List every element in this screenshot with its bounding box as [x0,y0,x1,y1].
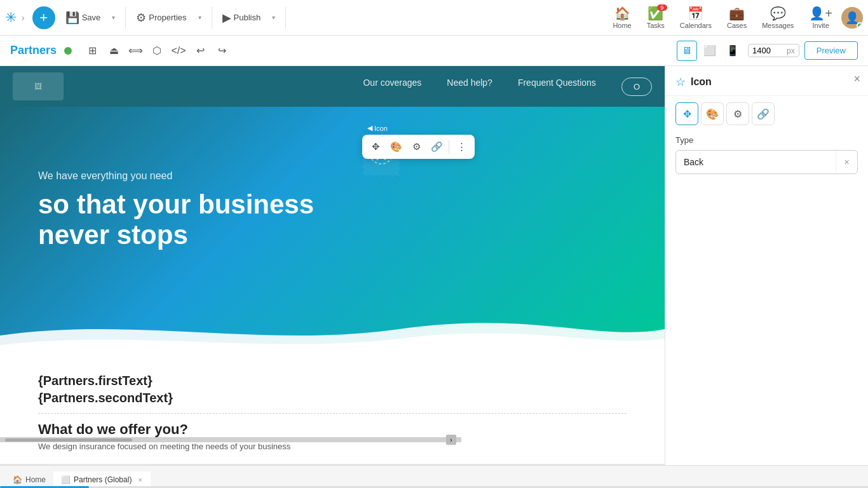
hero-subtitle: We have everything you need [38,170,627,182]
home-tab-label: Home [25,475,46,484]
calendars-icon: 📅 [688,6,703,21]
site-preview: 🖼 Our coverages Need help? Frequent Ques… [0,66,665,465]
panel-tab-settings[interactable]: ⚙ [726,102,749,125]
help-link[interactable]: Need help? [447,78,492,96]
crop-button[interactable]: ⬡ [147,41,167,61]
right-panel: × ☆ Icon ✥ 🎨 ⚙ 🔗 Type Back × [665,66,868,465]
cases-label: Cases [727,22,747,29]
coverages-link[interactable]: Our coverages [363,78,421,96]
el-settings-button[interactable]: ⚙ [407,137,426,156]
site-cta-button[interactable]: O [621,78,652,96]
width-input[interactable] [752,46,784,55]
page-title: Partners [10,44,57,57]
properties-button[interactable]: ⚙ Properties [131,7,191,29]
canvas-area: 🖼 Our coverages Need help? Frequent Ques… [0,66,665,465]
save-dropdown-button[interactable]: ▾ [107,10,120,25]
el-style-button[interactable]: 🎨 [386,137,405,156]
mobile-view-button[interactable]: 📱 [722,41,743,61]
save-group: 💾 Save ▾ [60,7,126,29]
panel-icon: ☆ [675,75,686,89]
redo-button[interactable]: ↪ [212,41,232,61]
site-logo: 🖼 [13,72,64,100]
site-nav-links: Our coverages Need help? Frequent Questi… [363,78,652,96]
wave-decoration [0,310,665,348]
properties-group: ⚙ Properties ▾ [131,7,212,29]
bottom-bar: 🏠 Home ⬜ Partners (Global) × [0,465,868,488]
type-select-value: Back [676,152,836,172]
tasks-label: Tasks [647,22,665,29]
layers-button[interactable]: ⏏ [104,41,124,61]
nav-home[interactable]: 🏠 Home [606,3,637,32]
view-group: 🖥 ⬜ 📱 [677,41,743,61]
logo-icon[interactable]: ✳ [5,10,17,26]
breadcrumb-arrow: › [22,13,25,23]
type-field-label: Type [675,135,858,145]
element-toolbar: ✥ 🎨 ⚙ 🔗 ⋮ [362,135,475,159]
offer-title: What do we offer you? [38,421,627,438]
nav-calendars[interactable]: 📅 Calendars [674,3,718,32]
panel-tab-layout[interactable]: ✥ [675,102,698,125]
nav-invite[interactable]: 👤+ Invite [803,3,839,32]
hero-title: so that your business never stops [38,189,627,251]
publish-icon: ▶ [222,11,231,25]
invite-icon: 👤+ [809,6,832,21]
calendars-label: Calendars [680,22,712,29]
status-dot [64,47,72,55]
preview-button[interactable]: Preview [804,41,858,60]
navigator-button[interactable]: ⟺ [125,41,146,61]
publish-button[interactable]: ▶ Publish [217,7,266,29]
publish-label: Publish [234,13,261,22]
el-move-button[interactable]: ✥ [366,137,385,156]
faq-link[interactable]: Frequent Questions [518,78,596,96]
avatar[interactable]: 👤 [841,7,863,29]
online-indicator [857,22,863,29]
home-label: Home [613,22,631,29]
panel-tab-style[interactable]: 🎨 [701,102,724,125]
publish-dropdown-button[interactable]: ▾ [267,10,280,25]
tablet-view-button[interactable]: ⬜ [700,41,720,61]
secondary-tools: ⊞ ⏏ ⟺ ⬡ </> ↩ ↪ [82,41,232,61]
save-label: Save [82,13,101,22]
nav-tasks[interactable]: ✅ 9 Tasks [641,3,671,32]
type-select[interactable]: Back × [675,150,858,174]
el-more-button[interactable]: ⋮ [452,137,471,156]
properties-label: Properties [149,13,186,22]
save-button[interactable]: 💾 Save [60,7,106,29]
site-hero: ◀ Icon We have everything you need so th… [0,107,665,348]
panel-tab-link[interactable]: 🔗 [752,102,775,125]
partners-tab-icon: ⬜ [61,475,71,484]
panel-close-button[interactable]: × [853,72,860,86]
publish-group: ▶ Publish ▾ [217,7,287,29]
offer-subtitle: We design insurance focused on meeting t… [38,442,627,451]
main-area: 🖼 Our coverages Need help? Frequent Ques… [0,66,868,465]
add-button[interactable]: + [32,6,55,29]
partners-tab-label: Partners (Global) [74,475,132,484]
layout-tool-button[interactable]: ⊞ [82,41,102,61]
site-hero-text: We have everything you need so that your… [38,170,627,251]
properties-dropdown-button[interactable]: ▾ [193,10,207,25]
top-toolbar: ✳ › + 💾 Save ▾ ⚙ Properties ▾ ▶ Publish … [0,0,868,36]
template-text-1: {Partners.firstText} [38,374,627,388]
panel-header: ☆ Icon [665,66,868,96]
code-button[interactable]: </> [168,41,189,61]
home-tab-icon: 🏠 [13,475,22,484]
nav-cases[interactable]: 💼 Cases [721,3,753,32]
nav-messages[interactable]: 💬 Messages [756,3,800,32]
site-nav: 🖼 Our coverages Need help? Frequent Ques… [0,66,665,107]
top-right-nav: 🏠 Home ✅ 9 Tasks 📅 Calendars 💼 Cases 💬 M… [606,3,863,32]
partners-tab-close-button[interactable]: × [137,476,142,484]
messages-label: Messages [762,22,794,29]
save-chevron-icon: ▾ [112,14,115,21]
desktop-view-button[interactable]: 🖥 [677,41,697,61]
messages-icon: 💬 [770,6,786,21]
properties-icon: ⚙ [136,11,146,25]
home-icon: 🏠 [614,6,630,21]
hero-title-line2: never stops [38,220,188,250]
undo-button[interactable]: ↩ [190,41,210,61]
el-link-button[interactable]: 🔗 [427,137,446,156]
properties-chevron-icon: ▾ [198,14,201,21]
template-text-2: {Partners.secondText} [38,391,627,405]
invite-label: Invite [813,22,829,29]
site-white-section: {Partners.firstText} {Partners.secondTex… [0,348,665,464]
type-select-clear-button[interactable]: × [836,151,857,173]
